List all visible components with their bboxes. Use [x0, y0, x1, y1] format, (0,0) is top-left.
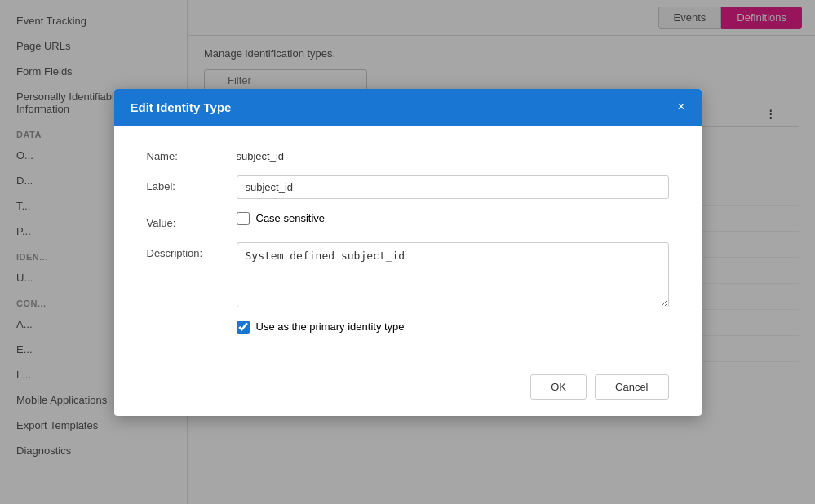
name-label: Name: — [147, 145, 237, 162]
primary-identity-label: Use as the primary identity type — [256, 321, 405, 333]
modal-header: Edit Identity Type × — [114, 89, 702, 126]
modal-close-button[interactable]: × — [677, 100, 684, 113]
description-label: Description: — [147, 242, 237, 259]
label-label: Label: — [147, 175, 237, 192]
form-row-label: Label: — [147, 175, 669, 199]
value-label: Value: — [147, 212, 237, 229]
ok-button[interactable]: OK — [530, 374, 587, 400]
modal: Edit Identity Type × Name: subject_id La… — [114, 89, 702, 416]
primary-identity-row: Use as the primary identity type — [237, 321, 405, 334]
cancel-button[interactable]: Cancel — [595, 374, 668, 400]
form-row-description: Description: System defined subject_id — [147, 242, 669, 307]
case-sensitive-checkbox[interactable] — [237, 212, 250, 225]
modal-body: Name: subject_id Label: Value: Case sens… — [114, 126, 702, 363]
modal-title: Edit Identity Type — [131, 100, 232, 114]
case-sensitive-row: Case sensitive — [237, 212, 326, 225]
case-sensitive-label: Case sensitive — [256, 212, 326, 224]
modal-overlay: Edit Identity Type × Name: subject_id La… — [0, 0, 815, 504]
form-row-value: Value: Case sensitive — [147, 212, 669, 229]
description-textarea[interactable]: System defined subject_id — [237, 242, 669, 307]
primary-spacer — [147, 321, 237, 325]
label-input[interactable] — [237, 175, 669, 199]
name-value: subject_id — [237, 145, 285, 162]
primary-identity-checkbox[interactable] — [237, 321, 250, 334]
modal-footer: OK Cancel — [114, 363, 702, 416]
form-row-name: Name: subject_id — [147, 145, 669, 162]
form-row-primary: Use as the primary identity type — [147, 321, 669, 334]
